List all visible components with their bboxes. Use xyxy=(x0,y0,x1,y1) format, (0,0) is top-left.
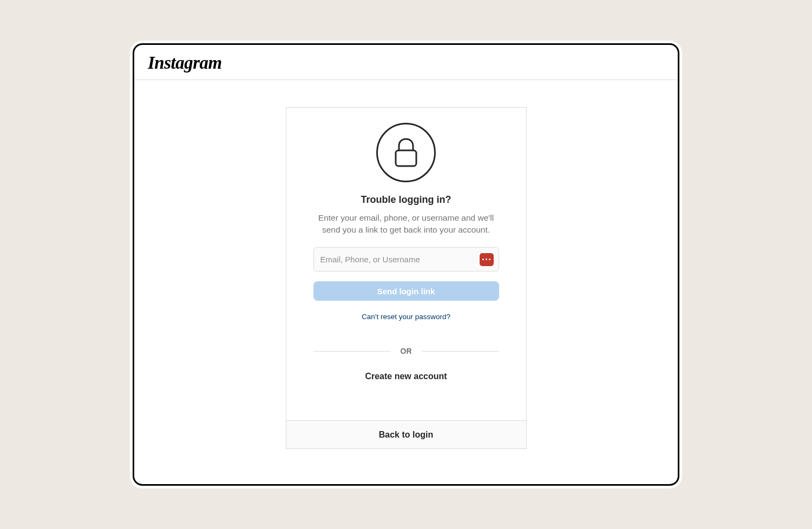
card-subtitle: Enter your email, phone, or username and… xyxy=(313,212,499,235)
cant-reset-password-link[interactable]: Can't reset your password? xyxy=(362,313,450,321)
divider: OR xyxy=(313,347,499,355)
divider-line-left xyxy=(313,351,391,352)
identifier-input[interactable] xyxy=(313,247,499,272)
input-wrapper xyxy=(313,247,499,272)
main-area: Trouble logging in? Enter your email, ph… xyxy=(134,80,678,484)
password-manager-icon[interactable] xyxy=(480,253,494,266)
svg-rect-0 xyxy=(396,150,416,166)
back-to-login-link[interactable]: Back to login xyxy=(379,430,433,440)
create-new-account-link[interactable]: Create new account xyxy=(365,372,447,381)
lock-icon xyxy=(394,137,418,168)
header-bar: Instagram xyxy=(134,45,678,80)
divider-line-right xyxy=(422,351,499,352)
brand-logo[interactable]: Instagram xyxy=(148,53,664,73)
card-body: Trouble logging in? Enter your email, ph… xyxy=(286,108,526,420)
card-title: Trouble logging in? xyxy=(361,194,451,206)
lock-icon-circle xyxy=(376,123,436,182)
reset-card: Trouble logging in? Enter your email, ph… xyxy=(286,107,527,449)
app-window: Instagram Trouble logging in? Enter your… xyxy=(133,43,679,486)
card-footer: Back to login xyxy=(286,420,526,448)
divider-label: OR xyxy=(391,347,422,355)
send-login-link-button[interactable]: Send login link xyxy=(313,281,499,301)
